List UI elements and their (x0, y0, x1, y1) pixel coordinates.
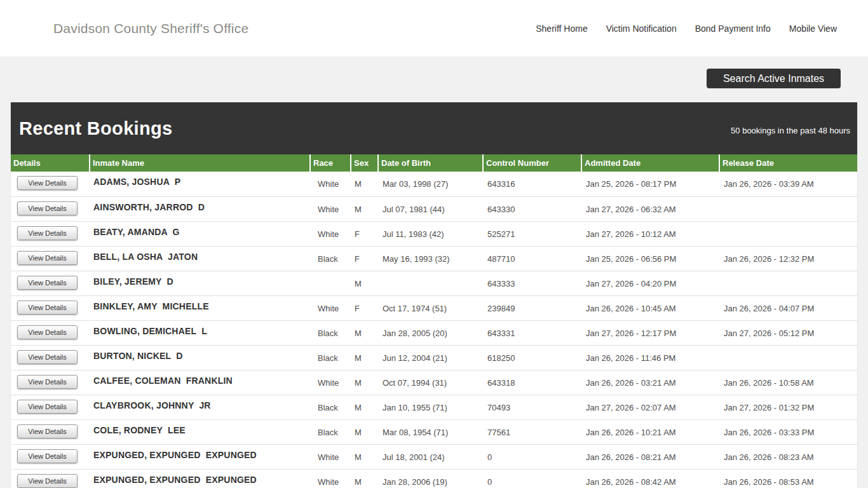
table-header: DetailsInmate NameRaceSexDate of BirthCo… (11, 154, 857, 172)
recent-bookings-card: Recent Bookings 50 bookings in the past … (10, 102, 858, 488)
inmate-name-cell: CALFEE, COLEMAN FRANKLIN (90, 370, 310, 395)
control-number-cell: 239849 (483, 295, 581, 320)
sex-cell: M (351, 444, 378, 469)
inmate-name-cell: ADAMS, JOSHUA P (90, 172, 310, 196)
nav-item[interactable]: Mobile View (789, 24, 837, 34)
search-active-inmates-button[interactable]: Search Active Inmates (707, 69, 841, 88)
admitted-date-cell: Jan 26, 2026 - 03:21 AM (581, 370, 719, 395)
details-cell: View Details (11, 172, 90, 196)
table-row: View Details EXPUNGED, EXPUNGED EXPUNGED… (11, 444, 857, 469)
nav-item[interactable]: Victim Notification (606, 24, 677, 34)
view-details-button[interactable]: View Details (17, 226, 78, 240)
control-number-cell: 0 (483, 469, 581, 488)
main-nav: Sheriff HomeVictim NotificationBond Paym… (536, 24, 837, 34)
sex-cell: F (351, 246, 378, 271)
view-details-button[interactable]: View Details (17, 201, 78, 215)
inmate-name-cell: BOWLING, DEMICHAEL L (90, 320, 310, 345)
release-date-cell: Jan 26, 2026 - 12:32 PM (719, 246, 857, 271)
table-row: View Details CALFEE, COLEMAN FRANKLIN Wh… (11, 370, 857, 395)
column-header: Control Number (483, 154, 581, 172)
release-date-cell (719, 345, 857, 370)
sex-cell: M (351, 196, 378, 221)
details-cell: View Details (11, 345, 90, 370)
race-cell: Black (310, 419, 351, 444)
date-of-birth-cell: Jan 10, 1955 (71) (378, 395, 483, 419)
control-number-cell: 643316 (483, 172, 581, 196)
view-details-button[interactable]: View Details (17, 424, 78, 438)
view-details-button[interactable]: View Details (17, 474, 78, 488)
sex-cell: M (351, 320, 378, 345)
control-number-cell: 70493 (483, 395, 581, 419)
admitted-date-cell: Jan 27, 2026 - 10:12 AM (581, 221, 719, 246)
control-number-cell: 487710 (483, 246, 581, 271)
view-details-button[interactable]: View Details (17, 400, 78, 414)
nav-item[interactable]: Bond Payment Info (695, 24, 771, 34)
race-cell: Black (310, 395, 351, 419)
details-cell: View Details (11, 395, 90, 419)
admitted-date-cell: Jan 26, 2026 - 10:21 AM (581, 419, 719, 444)
race-cell: White (310, 444, 351, 469)
control-number-cell: 77561 (483, 419, 581, 444)
release-date-cell: Jan 26, 2026 - 03:33 PM (719, 419, 857, 444)
race-cell: Black (310, 345, 351, 370)
release-date-cell: Jan 26, 2026 - 10:58 AM (719, 370, 857, 395)
column-header: Release Date (719, 154, 857, 172)
release-date-cell (719, 271, 857, 295)
column-header: Inmate Name (90, 154, 310, 172)
details-cell: View Details (11, 444, 90, 469)
view-details-button[interactable]: View Details (17, 449, 78, 463)
release-date-cell: Jan 26, 2026 - 03:39 AM (719, 172, 857, 196)
admitted-date-cell: Jan 26, 2026 - 08:42 AM (581, 469, 719, 488)
release-date-cell: Jan 26, 2026 - 08:23 AM (719, 444, 857, 469)
date-of-birth-cell: Jul 18, 2001 (24) (378, 444, 483, 469)
release-date-cell: Jan 27, 2026 - 01:32 PM (719, 395, 857, 419)
bookings-table: DetailsInmate NameRaceSexDate of BirthCo… (11, 154, 857, 488)
search-row: Search Active Inmates (0, 57, 868, 92)
inmate-name-cell: BINKLEY, AMY MICHELLE (90, 295, 310, 320)
view-details-button[interactable]: View Details (17, 301, 78, 315)
date-of-birth-cell: Jan 28, 2006 (19) (378, 469, 483, 488)
sex-cell: F (351, 295, 378, 320)
page-title: Recent Bookings (11, 118, 172, 139)
control-number-cell: 0 (483, 444, 581, 469)
view-details-button[interactable]: View Details (17, 176, 78, 190)
sex-cell: M (351, 271, 378, 295)
details-cell: View Details (11, 196, 90, 221)
control-number-cell: 618250 (483, 345, 581, 370)
table-row: View Details BILEY, JEREMY D M 643333 Ja… (11, 271, 857, 295)
top-header: Davidson County Sheriff's Office Sheriff… (0, 0, 868, 57)
inmate-name-cell: EXPUNGED, EXPUNGED EXPUNGED (90, 469, 310, 488)
release-date-cell: Jan 26, 2026 - 08:53 AM (719, 469, 857, 488)
view-details-button[interactable]: View Details (17, 251, 78, 265)
view-details-button[interactable]: View Details (17, 375, 78, 389)
admitted-date-cell: Jan 26, 2026 - 10:45 AM (581, 295, 719, 320)
admitted-date-cell: Jan 27, 2026 - 06:32 AM (581, 196, 719, 221)
column-header: Date of Birth (378, 154, 483, 172)
table-row: View Details COLE, RODNEY LEE Black M Ma… (11, 419, 857, 444)
date-of-birth-cell: Oct 17, 1974 (51) (378, 295, 483, 320)
bookings-count-text: 50 bookings in the past 48 hours (731, 126, 857, 135)
admitted-date-cell: Jan 27, 2026 - 12:17 PM (581, 320, 719, 345)
nav-item[interactable]: Sheriff Home (536, 24, 587, 34)
view-details-button[interactable]: View Details (17, 325, 78, 339)
details-cell: View Details (11, 370, 90, 395)
inmate-name-cell: CLAYBROOK, JOHNNY JR (90, 395, 310, 419)
admitted-date-cell: Jan 25, 2026 - 08:17 PM (581, 172, 719, 196)
details-cell: View Details (11, 320, 90, 345)
release-date-cell (719, 221, 857, 246)
view-details-button[interactable]: View Details (17, 276, 78, 290)
sex-cell: M (351, 419, 378, 444)
inmate-name-cell: AINSWORTH, JARROD D (90, 196, 310, 221)
admitted-date-cell: Jan 26, 2026 - 11:46 PM (581, 345, 719, 370)
table-row: View Details CLAYBROOK, JOHNNY JR Black … (11, 395, 857, 419)
sex-cell: M (351, 370, 378, 395)
date-of-birth-cell: Mar 08, 1954 (71) (378, 419, 483, 444)
details-cell: View Details (11, 271, 90, 295)
race-cell (310, 271, 351, 295)
view-details-button[interactable]: View Details (17, 350, 78, 364)
control-number-cell: 525271 (483, 221, 581, 246)
release-date-cell: Jan 26, 2026 - 04:07 PM (719, 295, 857, 320)
date-of-birth-cell: Oct 07, 1994 (31) (378, 370, 483, 395)
details-cell: View Details (11, 246, 90, 271)
date-of-birth-cell (378, 271, 483, 295)
